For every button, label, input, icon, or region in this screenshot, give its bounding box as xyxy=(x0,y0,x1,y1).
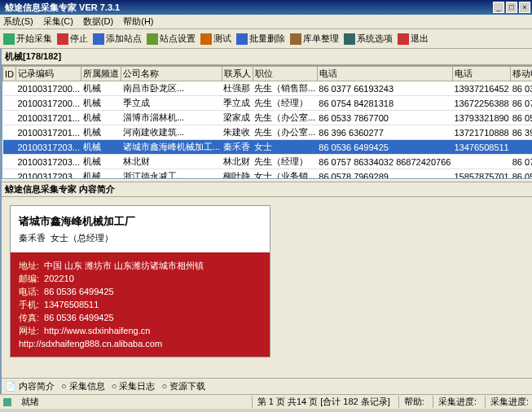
menu-item[interactable]: 采集(C) xyxy=(43,15,73,28)
column-header[interactable]: 公司名称 xyxy=(121,67,222,81)
toolbar-icon xyxy=(3,33,15,45)
column-header[interactable]: ID xyxy=(3,67,16,81)
close-button[interactable]: × xyxy=(519,2,530,13)
card-field-label: 地址: xyxy=(19,261,39,270)
status-bar: 就绪 第 1 页 共14 页 [合计 182 条记录] 帮助: 采集进度: 采集… xyxy=(0,394,532,409)
toolbar-button[interactable]: 开始采集 xyxy=(3,33,52,45)
contact-card: 诸城市鑫海峰机械加工厂 秦禾香 女士（总经理） 地址:中国 山东 潍坊市 山东潍… xyxy=(10,205,270,357)
detail-panel: 诸城市鑫海峰机械加工厂 秦禾香 女士（总经理） 地址:中国 山东 潍坊市 山东潍… xyxy=(2,197,532,378)
tab[interactable]: ○ 采集日志 xyxy=(112,380,156,392)
menu-item[interactable]: 数据(D) xyxy=(83,15,113,28)
card-contact: 秦禾香 xyxy=(19,233,46,243)
table-row[interactable]: 20100317200...机械季立成季立成先生（经理）86 0754 8428… xyxy=(3,96,533,111)
detail-header: 鲸途信息采集专家 内容简介 xyxy=(2,182,532,197)
card-field-label: 手机: xyxy=(19,300,39,309)
column-header[interactable]: 所属频道 xyxy=(81,67,121,81)
column-header[interactable]: 记录编码 xyxy=(16,67,81,81)
toolbar-icon xyxy=(344,33,355,45)
toolbar-button[interactable]: 停止 xyxy=(57,33,88,45)
card-field-label: 邮编: xyxy=(19,274,39,283)
tab[interactable]: 📄 内容简介 xyxy=(5,380,55,392)
table-row[interactable]: 20100317200...机械南昌市卧龙区...杜强那先生（销售部...86 … xyxy=(3,81,533,96)
tab[interactable]: ○ 资源下载 xyxy=(161,380,205,392)
titlebar: 鲸途信息采集专家 VER 7.3.1 _ □ × xyxy=(0,0,532,15)
card-field-value: 202210 xyxy=(44,274,74,283)
toolbar-icon xyxy=(57,33,68,45)
menu-item[interactable]: 帮助(H) xyxy=(123,15,153,28)
toolbar: 开始采集停止添加站点站点设置测试批量删除库单整理系统选项退出 xyxy=(0,29,532,49)
menubar: 系统(S)采集(C)数据(D)帮助(H) xyxy=(0,15,532,29)
toolbar-button[interactable]: 站点设置 xyxy=(147,33,196,45)
toolbar-button[interactable]: 测试 xyxy=(200,33,231,45)
status-progress-1: 采集进度: xyxy=(433,396,477,408)
max-button[interactable]: □ xyxy=(506,2,517,13)
grid-header-bar: 机械[178/182] xyxy=(2,49,532,65)
status-help: 帮助: xyxy=(398,396,424,408)
toolbar-icon xyxy=(290,33,301,45)
toolbar-icon xyxy=(93,33,104,45)
column-header[interactable]: 职位 xyxy=(253,67,317,81)
toolbar-icon xyxy=(147,33,158,45)
card-field-value: 86 0536 6499425 xyxy=(44,313,114,322)
toolbar-icon xyxy=(236,33,248,45)
table-row[interactable]: 20100317201...机械河南建收建筑...朱建收先生（办公室...86 … xyxy=(3,125,533,140)
card-field-value: http://www.sdxinhaifeng.cn http://sdxhai… xyxy=(19,326,162,348)
card-field-value: 86 0536 6499425 xyxy=(44,287,114,296)
table-row[interactable]: 20100317201...机械淄博市淄林机...梁家成先生（办公室...86 … xyxy=(3,111,533,125)
table-row[interactable]: 20100317203...机械林北财林北财先生（经理）86 0757 8633… xyxy=(3,155,533,169)
column-header[interactable]: 移动电话 xyxy=(511,67,532,81)
grid-title: 机械[178/182] xyxy=(5,50,61,63)
detail-tabs: 📄 内容简介○ 采集信息○ 采集日志○ 资源下载 xyxy=(2,378,532,394)
toolbar-button[interactable]: 库单整理 xyxy=(290,33,339,45)
column-header[interactable]: 联系人 xyxy=(222,67,253,81)
detail-title: 鲸途信息采集专家 内容简介 xyxy=(5,183,532,195)
menu-item[interactable]: 系统(S) xyxy=(3,15,33,28)
table-row[interactable]: 20100317203...机械浙江德永减工...柳叶静女士（业务销...86 … xyxy=(3,169,533,180)
toolbar-button[interactable]: 退出 xyxy=(398,33,429,45)
status-ready: 就绪 xyxy=(21,396,39,408)
column-header[interactable]: 电话 xyxy=(317,67,452,81)
status-page: 第 1 页 共14 页 [合计 182 条记录] xyxy=(252,396,390,408)
status-icon xyxy=(3,398,11,406)
toolbar-button[interactable]: 批量删除 xyxy=(236,33,285,45)
card-field-label: 电话: xyxy=(19,287,39,296)
data-grid[interactable]: ID记录编码所属频道公司名称联系人职位电话电话移动电话传真地址201003172… xyxy=(2,65,532,179)
table-row[interactable]: 20100317203...机械诸城市鑫海峰机械加工...秦禾香女士86 053… xyxy=(3,140,533,155)
card-company: 诸城市鑫海峰机械加工厂 xyxy=(19,214,262,229)
column-header[interactable]: 电话 xyxy=(452,67,510,81)
card-field-label: 传真: xyxy=(19,313,39,322)
min-button[interactable]: _ xyxy=(493,2,504,13)
toolbar-button[interactable]: 添加站点 xyxy=(93,33,142,45)
card-role: 女士（总经理） xyxy=(51,233,113,243)
toolbar-icon xyxy=(200,33,212,45)
app-title: 鲸途信息采集专家 VER 7.3.1 xyxy=(2,2,491,14)
status-progress-2: 采集进度: xyxy=(485,396,529,408)
toolbar-button[interactable]: 系统选项 xyxy=(344,33,393,45)
tab[interactable]: ○ 采集信息 xyxy=(61,380,105,392)
toolbar-icon xyxy=(398,33,409,45)
card-field-value: 13476508511 xyxy=(44,300,99,309)
card-field-value: 中国 山东 潍坊市 山东潍坊诸城市相州镇 xyxy=(44,261,204,270)
card-field-label: 网址: xyxy=(19,326,39,335)
